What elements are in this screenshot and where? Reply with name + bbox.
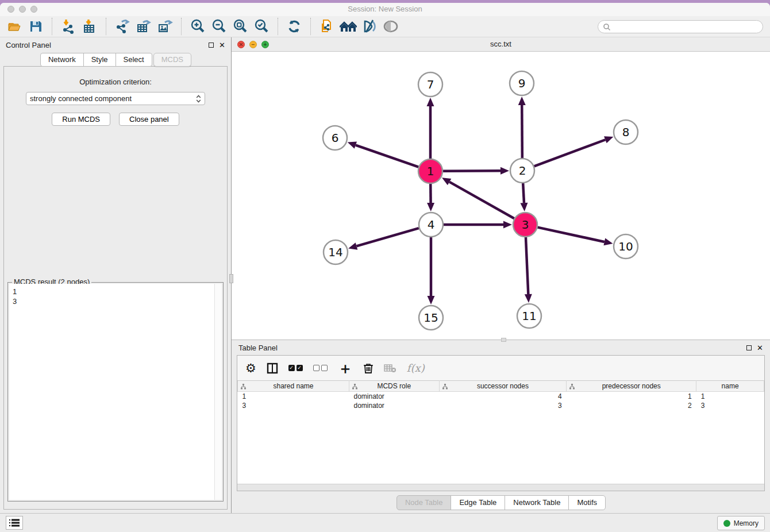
delete-column-icon[interactable] xyxy=(363,363,374,374)
result-scrollbar[interactable] xyxy=(214,284,222,500)
table-tabs: Node Table Edge Table Network Table Moti… xyxy=(232,495,770,510)
table-empty-area xyxy=(237,410,764,484)
run-mcds-button[interactable]: Run MCDS xyxy=(52,113,110,126)
column-header-predecessor-nodes[interactable]: predecessor nodes xyxy=(567,381,696,392)
memory-button[interactable]: Memory xyxy=(717,516,765,530)
node-table: shared name MCDS role successor nodes pr… xyxy=(237,380,764,410)
add-column-icon[interactable]: ＋ xyxy=(338,361,353,376)
tab-style[interactable]: Style xyxy=(83,53,116,67)
refresh-icon[interactable] xyxy=(286,18,303,35)
tab-node-table[interactable]: Node Table xyxy=(396,495,452,510)
tab-network-table[interactable]: Network Table xyxy=(505,495,569,510)
application-window: Session: New Session xyxy=(0,3,770,532)
graph-node-label: 14 xyxy=(328,245,342,259)
network-canvas[interactable]: 7968124310141511 xyxy=(232,52,770,340)
result-line: 1 xyxy=(13,287,222,296)
cell-successor-nodes[interactable]: 4 xyxy=(439,392,567,401)
tab-select[interactable]: Select xyxy=(116,53,152,67)
close-table-panel-icon[interactable]: ✕ xyxy=(757,344,763,352)
cell-name[interactable]: 3 xyxy=(696,401,764,410)
close-panel-button[interactable]: Close panel xyxy=(119,113,179,126)
column-header-successor-nodes[interactable]: successor nodes xyxy=(439,381,567,392)
table-row[interactable]: 1 dominator 4 1 1 xyxy=(238,392,764,401)
column-header-shared-name[interactable]: shared name xyxy=(238,381,349,392)
control-panel-title: Control Panel xyxy=(6,41,51,49)
tab-mcds[interactable]: MCDS xyxy=(153,53,191,67)
select-all-icon[interactable] xyxy=(288,365,303,371)
cell-predecessor-nodes[interactable]: 2 xyxy=(567,401,696,410)
zoom-in-icon[interactable] xyxy=(189,18,206,35)
graph-node-label: 1 xyxy=(427,164,434,178)
edge-3-11[interactable] xyxy=(526,237,528,294)
edge-3-1[interactable] xyxy=(449,182,514,219)
network-graph: 7968124310141511 xyxy=(232,52,770,340)
export-table-icon[interactable] xyxy=(135,18,152,35)
cell-mcds-role[interactable]: dominator xyxy=(349,401,440,410)
edge-2-3[interactable] xyxy=(523,183,524,203)
zoom-selected-icon[interactable] xyxy=(253,18,270,35)
edge-arrowhead xyxy=(503,221,512,229)
edge-4-14[interactable] xyxy=(357,228,419,246)
cell-predecessor-nodes[interactable]: 1 xyxy=(567,392,696,401)
open-file-icon[interactable] xyxy=(6,18,23,35)
control-panel: Control Panel ✕ Network Style Select MCD… xyxy=(0,37,232,513)
edge-arrowhead xyxy=(427,98,434,106)
save-session-icon[interactable] xyxy=(27,18,44,35)
edge-arrowhead xyxy=(603,238,613,246)
table-panel-title: Table Panel xyxy=(238,344,278,352)
deselect-all-icon[interactable] xyxy=(313,365,328,371)
cell-shared-name[interactable]: 3 xyxy=(238,401,349,410)
select-stepper-icon xyxy=(196,95,201,103)
edge-2-9[interactable] xyxy=(522,105,522,158)
criterion-select[interactable]: strongly connected component xyxy=(26,92,205,105)
column-header-name[interactable]: name xyxy=(696,381,764,392)
tab-network[interactable]: Network xyxy=(40,53,84,67)
tree-icon xyxy=(241,383,246,391)
duplicate-network-icon[interactable] xyxy=(318,18,336,35)
column-visibility-icon[interactable] xyxy=(267,363,278,374)
edge-1-6[interactable] xyxy=(356,145,418,167)
cybrowser-icon[interactable] xyxy=(340,18,357,35)
cell-successor-nodes[interactable]: 3 xyxy=(439,401,567,410)
import-network-icon[interactable] xyxy=(60,18,77,35)
edge-arrowhead xyxy=(518,97,526,105)
edge-arrowhead xyxy=(500,167,509,175)
edge-1-2[interactable] xyxy=(443,171,500,171)
tab-edge-table[interactable]: Edge Table xyxy=(451,495,505,510)
export-network-icon[interactable] xyxy=(114,18,131,35)
export-image-icon[interactable] xyxy=(156,18,174,35)
import-table-icon[interactable] xyxy=(81,18,98,35)
table-row[interactable]: 3 dominator 3 2 3 xyxy=(238,401,764,410)
edge-3-10[interactable] xyxy=(537,228,604,242)
toolbar-separator xyxy=(310,18,311,35)
zoom-out-icon[interactable] xyxy=(210,18,228,35)
cell-mcds-role[interactable]: dominator xyxy=(349,392,440,401)
edge-2-8[interactable] xyxy=(534,140,606,166)
panel-splitter-handle[interactable] xyxy=(229,274,233,283)
search-input[interactable] xyxy=(598,20,763,33)
tab-motifs[interactable]: Motifs xyxy=(568,495,606,510)
toolbar-separator xyxy=(278,18,278,35)
network-view-window: ✕ − + scc.txt 7968124310141511 xyxy=(232,37,770,340)
column-header-mcds-role[interactable]: MCDS role xyxy=(349,381,440,392)
cell-name[interactable]: 1 xyxy=(696,392,764,401)
close-panel-icon[interactable]: ✕ xyxy=(219,41,225,49)
zoom-fit-icon[interactable] xyxy=(232,18,249,35)
toolbar-separator xyxy=(106,18,106,35)
memory-label: Memory xyxy=(734,519,759,527)
graph-node-label: 2 xyxy=(519,164,526,178)
developer-log-button[interactable] xyxy=(6,516,23,530)
graph-node-label: 9 xyxy=(518,76,526,90)
graph-node-label: 6 xyxy=(332,131,339,145)
mcds-result-list[interactable]: 1 3 xyxy=(9,284,222,500)
graph-node-label: 3 xyxy=(522,218,529,232)
show-hide-icon[interactable] xyxy=(382,18,399,35)
float-panel-icon[interactable] xyxy=(209,43,214,48)
cell-shared-name[interactable]: 1 xyxy=(238,392,349,401)
table-settings-icon[interactable]: ⚙ xyxy=(245,361,256,375)
tree-icon xyxy=(352,383,357,391)
table-horizontal-scrollbar[interactable] xyxy=(237,484,764,491)
hide-panel-icon[interactable] xyxy=(361,18,378,35)
float-table-panel-icon[interactable] xyxy=(746,345,752,350)
window-title: Session: New Session xyxy=(0,5,770,13)
